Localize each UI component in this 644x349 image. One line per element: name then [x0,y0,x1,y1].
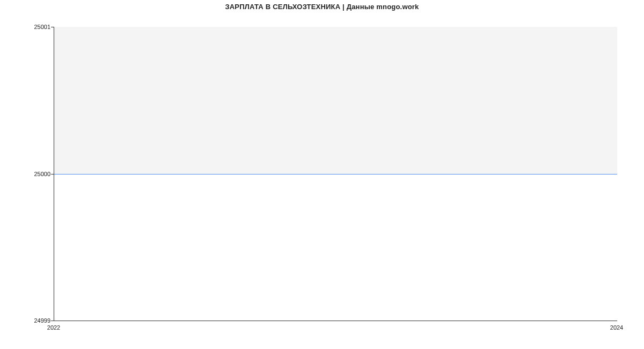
data-line [54,174,617,174]
chart-shade [54,27,617,174]
y-tick-label: 25001 [34,24,50,30]
y-tick-mark [51,321,54,321]
plot-area [54,27,617,321]
chart-title: ЗАРПЛАТА В СЕЛЬХОЗТЕХНИКА | Данные mnogo… [0,3,644,11]
y-tick-label: 25000 [34,171,50,177]
x-tick-label: 2024 [610,324,623,331]
x-tick-label: 2022 [47,324,60,331]
chart-container: ЗАРПЛАТА В СЕЛЬХОЗТЕХНИКА | Данные mnogo… [0,0,644,349]
y-tick-label: 24999 [34,317,50,324]
